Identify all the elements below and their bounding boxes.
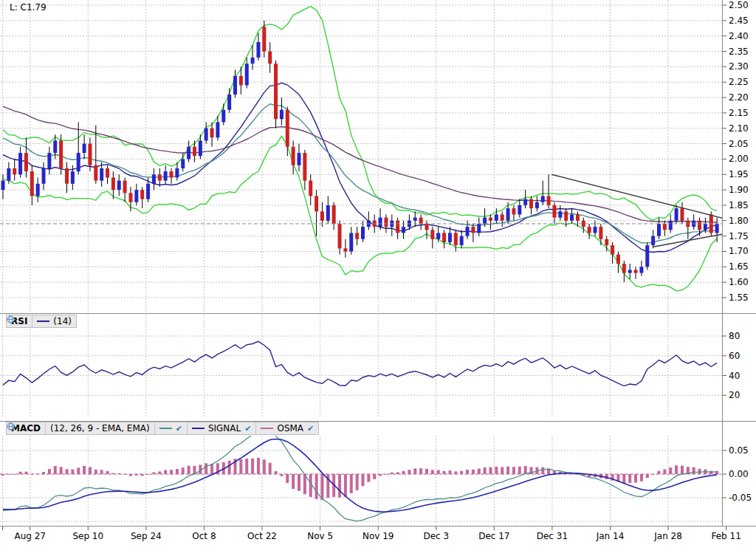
- price-axis-label: 1.65: [729, 261, 749, 272]
- macd-settings-globe-icon[interactable]: [7, 422, 15, 431]
- date-axis-label: Nov 19: [352, 531, 404, 541]
- date-axis-label: Feb 11: [701, 531, 752, 541]
- macd-line-legend: ✔: [155, 422, 188, 434]
- price-axis-label: 2.35: [729, 47, 749, 57]
- price-axis-label: 1.90: [729, 185, 749, 195]
- price-axis-label: 1.70: [729, 246, 749, 256]
- price-axis-label: 1.75: [729, 231, 749, 241]
- macd-line-swatch: [159, 428, 172, 429]
- price-axis-label: 1.55: [729, 292, 749, 303]
- price-axis-label: 2.25: [729, 77, 749, 87]
- price-axis-label: 2.00: [729, 154, 749, 164]
- date-axis-label: Aug 27: [4, 531, 56, 541]
- date-axis-label: Nov 5: [295, 531, 346, 541]
- date-axis-label: Dec 31: [526, 531, 578, 541]
- signal-line-legend: SIGNAL ✔: [188, 422, 257, 434]
- macd-title-text: MACD: [11, 423, 41, 433]
- signal-checkbox[interactable]: ✔: [244, 425, 251, 433]
- rsi-axis-label: 80: [729, 331, 740, 341]
- date-axis-label: Dec 3: [410, 531, 462, 541]
- date-axis-label: Sep 24: [120, 531, 172, 541]
- date-axis-label: Sep 10: [62, 531, 114, 541]
- chart-canvas: [0, 0, 756, 545]
- date-axis-label: Oct 22: [236, 531, 288, 541]
- signal-label: SIGNAL: [208, 423, 241, 433]
- rsi-indicator-header: RSI (14): [6, 315, 77, 328]
- price-axis-label: 2.15: [729, 108, 749, 118]
- price-axis-label: 1.80: [729, 216, 749, 226]
- price-axis-label: 2.10: [729, 123, 749, 134]
- macd-axis-label: 0.05: [729, 445, 749, 456]
- date-axis-label: Oct 8: [178, 531, 230, 541]
- date-axis-label: Dec 17: [468, 531, 520, 541]
- price-axis-label: 2.45: [729, 16, 749, 26]
- osma-legend: OSMA ✔: [256, 422, 318, 434]
- price-axis-label: 2.05: [729, 139, 749, 149]
- date-axis-label: Jan 14: [585, 531, 636, 541]
- rsi-axis-label: 20: [729, 390, 740, 400]
- macd-axis-label: 0.00: [729, 469, 749, 479]
- gridlines: [0, 0, 722, 525]
- osma-swatch: [261, 428, 273, 429]
- macd-line-checkbox[interactable]: ✔: [176, 425, 182, 433]
- rsi-settings-globe-icon[interactable]: [7, 315, 15, 323]
- rsi-line-swatch: [37, 321, 49, 322]
- price-axis-label: 1.95: [729, 169, 749, 179]
- price-axis-label: 2.40: [729, 31, 749, 41]
- macd-params: (12, 26, 9 - EMA, EMA): [46, 422, 155, 434]
- candles: [1, 21, 719, 282]
- last-close-label: L: C1.79: [10, 2, 47, 13]
- rsi-axis-label: 40: [729, 371, 740, 381]
- signal-line-swatch: [192, 428, 205, 429]
- rsi-axis-label: 60: [729, 351, 740, 361]
- price-axis-label: 2.50: [729, 0, 749, 10]
- date-axis-label: Jan 28: [642, 531, 694, 541]
- macd-indicator-header: MACD (12, 26, 9 - EMA, EMA) ✔ SIGNAL ✔ O…: [6, 422, 319, 435]
- moving-average-sma12: [3, 83, 717, 252]
- trading-chart-window: L: C1.79 RSI (14) MACD (12, 26, 9 - EMA,…: [0, 0, 756, 545]
- macd-params-text: (12, 26, 9 - EMA, EMA): [50, 423, 150, 433]
- rsi-params: (14): [32, 315, 76, 327]
- macd-axis-label: -0.05: [729, 493, 752, 503]
- price-axis-label: 2.30: [729, 61, 749, 72]
- osma-checkbox[interactable]: ✔: [307, 425, 314, 433]
- price-axis-label: 1.60: [729, 277, 749, 287]
- osma-label: OSMA: [277, 423, 303, 433]
- price-axis-label: 1.85: [729, 200, 749, 210]
- price-axis-label: 2.20: [729, 92, 749, 103]
- rsi-params-text: (14): [53, 316, 72, 326]
